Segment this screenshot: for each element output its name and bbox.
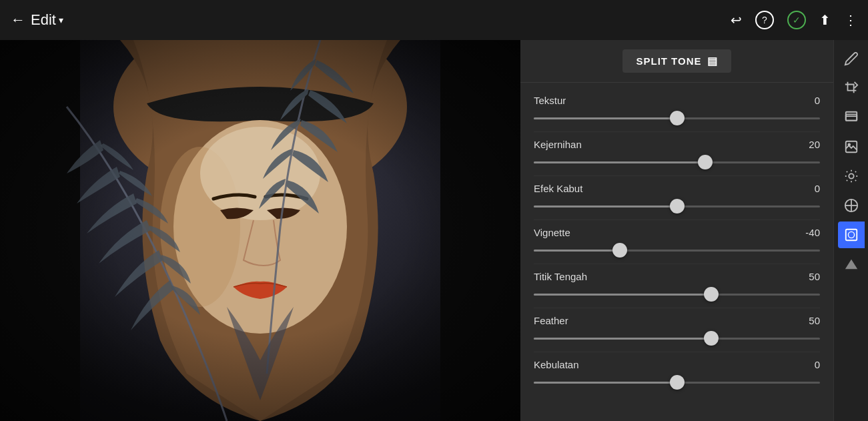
split-tone-icon: ▤ xyxy=(707,55,718,67)
slider-fill-titik-tengah xyxy=(534,294,711,296)
slider-label-feather: Feather xyxy=(534,315,568,326)
slider-track-kejernihan[interactable] xyxy=(534,161,820,163)
slider-value-efek-kabut: 0 xyxy=(800,183,820,194)
slider-thumb-titik-tengah[interactable] xyxy=(704,287,719,302)
slider-label-vignette: Vignette xyxy=(534,227,570,238)
color-icon-btn[interactable] xyxy=(838,192,865,219)
slider-thumb-kebulatan[interactable] xyxy=(670,375,685,390)
slider-header-kebulatan: Kebulatan 0 xyxy=(534,359,820,370)
slider-row-efek-kabut: Efek Kabut 0 xyxy=(534,176,820,220)
sliders-container: Tekstur 0 Kejernihan 20 Efek Kabut 0 xyxy=(520,83,833,401)
top-bar-actions: ↩ ? ✓ ⬆ ⋮ xyxy=(731,11,857,29)
done-button[interactable]: ✓ xyxy=(787,11,806,29)
split-tone-label: SPLIT TONE xyxy=(636,55,701,67)
main-content: SPLIT TONE ▤ Tekstur 0 Kejernihan 20 xyxy=(0,40,868,421)
edit-label: Edit xyxy=(31,11,56,29)
photo-canvas xyxy=(0,40,520,421)
slider-value-kebulatan: 0 xyxy=(800,359,820,370)
slider-fill-efek-kabut xyxy=(534,205,677,207)
share-button[interactable]: ⬆ xyxy=(819,12,831,28)
slider-track-kebulatan[interactable] xyxy=(534,382,820,384)
slider-fill-kebulatan xyxy=(534,382,677,384)
svg-rect-9 xyxy=(845,114,857,120)
slider-row-tekstur: Tekstur 0 xyxy=(534,88,820,132)
slider-label-titik-tengah: Titik Tengah xyxy=(534,271,587,282)
right-sidebar xyxy=(833,40,868,421)
more-button[interactable]: ⋮ xyxy=(844,12,857,28)
photo-svg xyxy=(0,40,520,421)
slider-track-wrap-tekstur xyxy=(534,111,820,125)
slider-label-efek-kabut: Efek Kabut xyxy=(534,183,582,194)
slider-track-wrap-efek-kabut xyxy=(534,199,820,213)
slider-track-feather[interactable] xyxy=(534,338,820,340)
image-adjust-icon xyxy=(844,139,859,154)
slider-header-kejernihan: Kejernihan 20 xyxy=(534,139,820,150)
edit-dropdown[interactable]: Edit ▾ xyxy=(31,11,63,29)
slider-value-feather: 50 xyxy=(800,315,820,326)
active-indicator xyxy=(862,222,865,248)
slider-value-tekstur: 0 xyxy=(800,95,820,106)
svg-point-11 xyxy=(848,143,850,145)
layers-icon-btn[interactable] xyxy=(838,104,865,131)
slider-thumb-tekstur[interactable] xyxy=(670,111,685,125)
slider-fill-feather xyxy=(534,338,711,340)
slider-track-vignette[interactable] xyxy=(534,250,820,252)
slider-header-efek-kabut: Efek Kabut 0 xyxy=(534,183,820,194)
slider-row-kejernihan: Kejernihan 20 xyxy=(534,132,820,176)
slider-header-titik-tengah: Titik Tengah 50 xyxy=(534,271,820,282)
slider-header-vignette: Vignette -40 xyxy=(534,227,820,238)
image-adjust-icon-btn[interactable] xyxy=(838,133,865,160)
svg-rect-15 xyxy=(845,230,857,241)
slider-row-titik-tengah: Titik Tengah 50 xyxy=(534,264,820,308)
slider-track-wrap-feather xyxy=(534,332,820,345)
vignette-icon xyxy=(844,228,859,242)
triangle-icon-btn[interactable] xyxy=(838,251,865,278)
top-bar: ← Edit ▾ ↩ ? ✓ ⬆ ⋮ xyxy=(0,0,868,40)
crop-icon xyxy=(844,81,859,95)
slider-track-titik-tengah[interactable] xyxy=(534,294,820,296)
slider-track-wrap-titik-tengah xyxy=(534,288,820,301)
light-icon xyxy=(844,169,859,183)
slider-thumb-vignette[interactable] xyxy=(612,243,627,258)
slider-track-tekstur[interactable] xyxy=(534,117,820,119)
slider-thumb-kejernihan[interactable] xyxy=(698,155,713,169)
light-icon-btn[interactable] xyxy=(838,163,865,189)
slider-fill-kejernihan xyxy=(534,161,705,163)
slider-fill-tekstur xyxy=(534,117,677,119)
layers-icon xyxy=(844,110,859,125)
svg-point-16 xyxy=(848,232,854,238)
slider-label-tekstur: Tekstur xyxy=(534,95,566,106)
image-area xyxy=(0,40,520,421)
slider-track-efek-kabut[interactable] xyxy=(534,205,820,207)
slider-header-feather: Feather 50 xyxy=(534,315,820,326)
vignette-icon-btn[interactable] xyxy=(838,222,865,248)
svg-rect-7 xyxy=(0,40,520,421)
chevron-down-icon: ▾ xyxy=(59,15,63,25)
slider-row-feather: Feather 50 xyxy=(534,308,820,352)
slider-value-vignette: -40 xyxy=(800,227,820,238)
top-bar-left: ← Edit ▾ xyxy=(11,11,63,29)
back-button[interactable]: ← xyxy=(11,11,25,29)
help-button[interactable]: ? xyxy=(755,11,774,29)
controls-area: SPLIT TONE ▤ Tekstur 0 Kejernihan 20 xyxy=(520,40,833,421)
split-tone-button[interactable]: SPLIT TONE ▤ xyxy=(622,49,731,73)
slider-row-vignette: Vignette -40 xyxy=(534,220,820,264)
slider-value-titik-tengah: 50 xyxy=(800,271,820,282)
slider-fill-vignette xyxy=(534,250,620,252)
slider-thumb-feather[interactable] xyxy=(704,331,719,346)
slider-header-tekstur: Tekstur 0 xyxy=(534,95,820,106)
slider-track-wrap-kejernihan xyxy=(534,155,820,169)
slider-track-wrap-kebulatan xyxy=(534,376,820,389)
triangle-icon xyxy=(844,257,859,272)
right-panel: SPLIT TONE ▤ Tekstur 0 Kejernihan 20 xyxy=(520,40,868,421)
undo-button[interactable]: ↩ xyxy=(731,12,742,28)
crop-icon-btn[interactable] xyxy=(838,75,865,101)
slider-value-kejernihan: 20 xyxy=(800,139,820,150)
slider-label-kejernihan: Kejernihan xyxy=(534,139,582,150)
pencil-icon xyxy=(844,51,859,66)
svg-point-12 xyxy=(849,173,853,178)
panel-header: SPLIT TONE ▤ xyxy=(520,40,833,83)
slider-label-kebulatan: Kebulatan xyxy=(534,359,579,370)
slider-thumb-efek-kabut[interactable] xyxy=(670,199,685,214)
pencil-icon-btn[interactable] xyxy=(838,45,865,72)
